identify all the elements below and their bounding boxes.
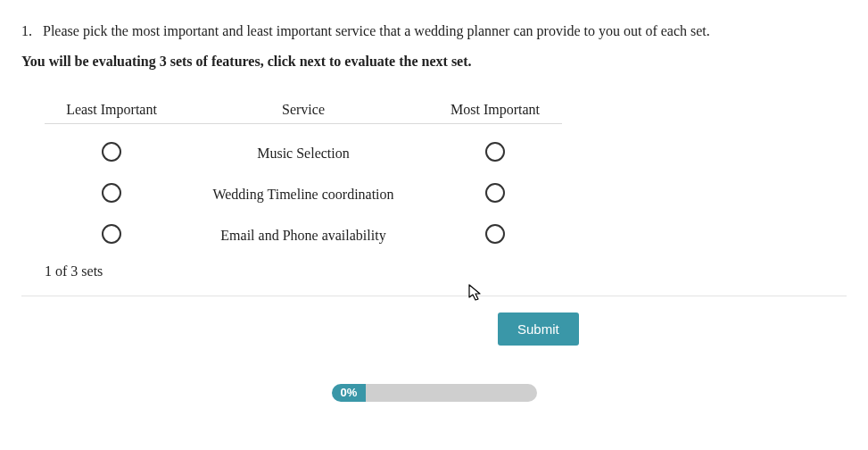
cell-least (45, 224, 178, 247)
radio-most[interactable] (485, 224, 505, 244)
question-number: 1. (21, 21, 39, 41)
header-least-important: Least Important (45, 102, 178, 118)
cell-service-label: Wedding Timeline coordination (178, 187, 428, 203)
radio-most[interactable] (485, 142, 505, 162)
cell-least (45, 142, 178, 165)
cell-most (428, 183, 562, 206)
survey-page: 1. Please pick the most important and le… (0, 0, 868, 402)
evaluation-instruction: You will be evaluating 3 sets of feature… (21, 54, 847, 70)
grid-row: Music Selection (45, 133, 562, 174)
progress-wrap: 0% (21, 383, 847, 401)
grid-row: Wedding Timeline coordination (45, 174, 562, 215)
radio-most[interactable] (485, 183, 505, 203)
grid-header-row: Least Important Service Most Important (45, 102, 562, 124)
divider (21, 296, 847, 296)
cell-service-label: Email and Phone availability (178, 228, 428, 244)
submit-row: Submit (21, 312, 847, 346)
question-body: Please pick the most important and least… (43, 23, 710, 38)
cell-least (45, 183, 178, 206)
cell-most (428, 224, 562, 247)
header-service: Service (178, 102, 428, 118)
radio-least[interactable] (102, 224, 121, 244)
progress-track (366, 384, 536, 402)
radio-least[interactable] (102, 142, 121, 162)
cell-most (428, 142, 562, 165)
progress-percent-label: 0% (332, 384, 367, 402)
radio-least[interactable] (102, 183, 121, 203)
maxdiff-grid: Least Important Service Most Important M… (45, 102, 562, 256)
question-text: 1. Please pick the most important and le… (21, 21, 847, 41)
header-most-important: Most Important (428, 102, 562, 118)
progress-bar: 0% (332, 384, 537, 402)
grid-row: Email and Phone availability (45, 215, 562, 256)
submit-button[interactable]: Submit (498, 312, 579, 346)
cell-service-label: Music Selection (178, 146, 428, 162)
set-counter: 1 of 3 sets (45, 263, 847, 279)
